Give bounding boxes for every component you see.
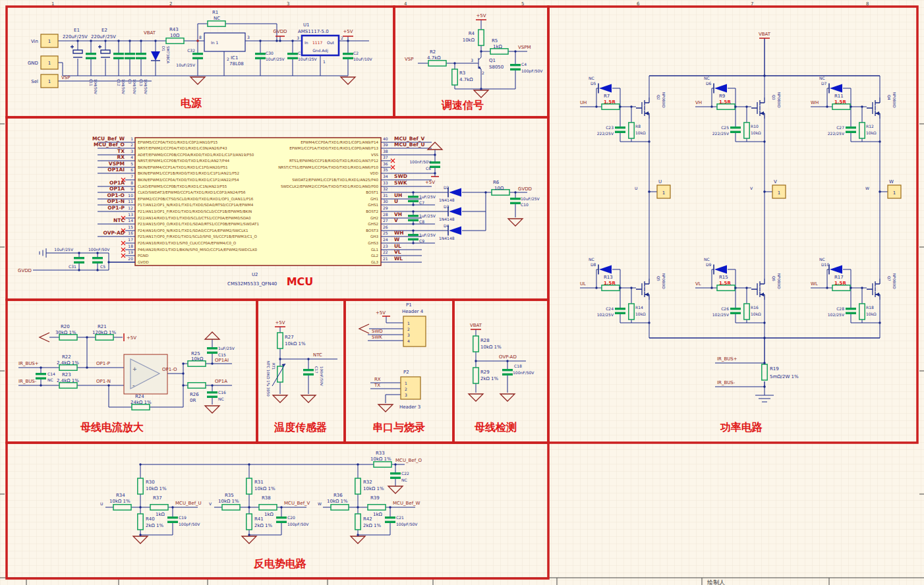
- section-title: 电源: [181, 97, 202, 109]
- val: 220uF/25V: [63, 34, 88, 40]
- net-label-swd: SWD: [372, 329, 383, 334]
- pin: 7: [130, 174, 133, 179]
- pin: 9: [130, 186, 133, 191]
- net: VL: [695, 281, 701, 287]
- val: NP080ID: [892, 92, 896, 108]
- ref: R8: [635, 124, 641, 128]
- opamp-minus: -: [132, 383, 134, 389]
- net-label-vspm: VSPM: [518, 45, 531, 50]
- net: U: [394, 198, 398, 204]
- net-label-swk: SWK: [372, 335, 382, 340]
- ref: C21: [396, 515, 404, 520]
- section-title: 调速信号: [441, 99, 484, 111]
- net: WL: [811, 281, 818, 287]
- ref: C26: [721, 306, 729, 311]
- val: 2kΩ 1%: [254, 523, 273, 528]
- net-label-5v: +5V: [376, 310, 386, 316]
- pin: 28: [383, 212, 388, 217]
- nc: NC: [704, 257, 710, 262]
- ref: C25: [721, 125, 729, 130]
- wire-label: U: [100, 501, 103, 506]
- pin: 37: [383, 155, 388, 159]
- val: 10kΩ 1%: [363, 486, 384, 491]
- ref: R40: [146, 516, 155, 522]
- pin-name: P25/AN17/OP0_P/RXD1/TXD1/SCL0/SPI0_SS/CC…: [138, 235, 258, 239]
- val: 104/50V: [94, 79, 98, 94]
- val: 10kΩ 1%: [370, 457, 391, 462]
- val: 1.5R: [719, 281, 731, 286]
- net-label-vsp: VSP: [405, 57, 413, 62]
- pin-name: BOST2: [366, 209, 378, 213]
- val: 222/25V: [712, 131, 730, 136]
- val: 2kΩ 1%: [480, 376, 499, 381]
- val: 1uF/25V: [419, 194, 436, 199]
- ref: R18: [866, 305, 874, 310]
- port-name: V: [774, 179, 777, 184]
- net: UH: [394, 192, 402, 198]
- net-label-op1o: OP1-O: [162, 367, 177, 372]
- inner-in: In: [304, 40, 308, 45]
- pin-name: BKIN/EPWM3/CCP0A/TXD0/TXD1/RXD1/C1P2/AN2…: [138, 178, 239, 182]
- val: 10uF/25V: [298, 57, 318, 61]
- pin-name: CLKO/SWDAT3/EPWM0/CCP1A/TXD1/RXD1/C0P3/A…: [138, 190, 246, 194]
- val: 5mΩ/2W 1%: [770, 374, 799, 379]
- ref: D2: [444, 185, 449, 190]
- ref: R39: [370, 495, 380, 501]
- pin: 8: [130, 181, 133, 185]
- pin: 6: [130, 167, 133, 172]
- pin: 3: [130, 149, 133, 153]
- opamp[interactable]: + -: [124, 354, 167, 394]
- val: 120kΩ 1%: [92, 330, 116, 335]
- port-pin: 1: [778, 190, 780, 196]
- val: NP080ID: [662, 92, 666, 108]
- ref: Q1: [489, 58, 496, 63]
- val: NTC 10KΩ 1% 3950: [266, 361, 270, 397]
- pin: 18: [128, 244, 133, 248]
- val: NC: [214, 16, 220, 21]
- val: 78L08: [229, 61, 244, 67]
- nc: NC: [819, 76, 825, 80]
- wire-label: W: [865, 186, 869, 190]
- pin-name: P21/AN13/OP1_P/RXD1/TXD1/RXD0/SCL0/CCP1B…: [138, 209, 252, 214]
- net: UL: [394, 243, 401, 249]
- val: 222/25V: [828, 131, 845, 136]
- nc: NC: [589, 76, 594, 80]
- ref: E2: [101, 28, 107, 33]
- val: 1N4148: [439, 236, 455, 240]
- net-label-vbat: VBAT: [759, 32, 771, 37]
- ref: R4: [469, 31, 475, 36]
- pin: 27: [383, 218, 388, 223]
- ref: R20: [61, 324, 70, 329]
- ref: R28: [480, 338, 490, 343]
- net-label-5v: +5V: [476, 13, 486, 18]
- val: 100pF/50V: [396, 522, 418, 527]
- net: VSPM: [109, 161, 125, 167]
- val: 1uF/25V: [218, 346, 235, 350]
- ref: C22: [401, 471, 409, 476]
- ref: R30: [146, 480, 155, 485]
- pin-number: 3: [471, 58, 473, 63]
- pin-name: P22/AN14/RXD1/TXD1/TXD0/SCL0/CTS1/CCP0A/…: [138, 216, 251, 220]
- net-label-irbusn: IR_BUS-: [18, 379, 37, 384]
- pin-name: GHS2: [368, 222, 378, 226]
- section-title: 母线检测: [474, 421, 517, 433]
- net: MCU_Bef_V: [394, 136, 425, 142]
- net-label-gvdd: GVDD: [274, 29, 287, 34]
- net: MCU_Bef_W: [393, 501, 420, 506]
- ref: Q5: [656, 276, 660, 281]
- val: 30kΩ 1%: [55, 330, 76, 335]
- val: 100nF/50V: [320, 366, 324, 386]
- pin-name: EPWM4/CCP0A/TXD1/RXD1/C0P1/AN9/P14: [301, 140, 378, 144]
- net: VH: [394, 211, 402, 217]
- pin: 13: [128, 212, 133, 217]
- net-label-gvdd: GVDD: [518, 186, 532, 192]
- val: 10kΩ 1%: [254, 486, 275, 491]
- pin-number: 3: [297, 36, 299, 40]
- pin-name: P26/AN18/RXD1/TXD1/SPI0_CLK/CCP0A/EPWM4/…: [138, 241, 237, 246]
- header-p1[interactable]: P1 Header 4 1 2 3 4: [402, 302, 426, 347]
- val: 10kΩ 1%: [146, 486, 167, 491]
- pin-name: GHS3: [368, 241, 378, 245]
- pin: 35: [383, 167, 388, 172]
- pin-name: NRST/CTS1/EPWM1/CCP0A/TXD0/TXD1/RXD1/AN6…: [278, 165, 378, 169]
- net: NTC: [113, 217, 125, 223]
